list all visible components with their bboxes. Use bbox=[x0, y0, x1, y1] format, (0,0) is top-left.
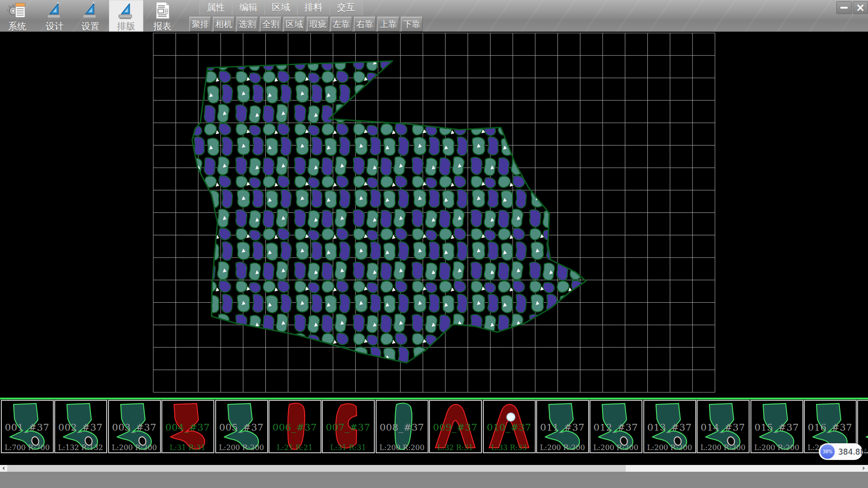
piece-thumbnail-002_#37[interactable]: 002_#37 L:132 R:132 bbox=[54, 400, 107, 453]
piece-lr-label: L:700 R:700 bbox=[5, 443, 50, 452]
launcher-item-label: 设置 bbox=[73, 21, 108, 31]
piece-thumbnail-004_#37[interactable]: 004_#37 L:31 R:31 bbox=[161, 400, 214, 453]
piece-id-label: 003_#37 bbox=[112, 422, 156, 433]
piece-lr-label: L:21 R:21 bbox=[277, 443, 312, 452]
menu-tab-编辑[interactable]: 编辑 bbox=[232, 0, 265, 15]
piece-shape-svg: 010_#37 L:33 R:33 bbox=[484, 401, 535, 452]
canvas-svg bbox=[0, 32, 868, 398]
piece-lr-label: L:132 R:132 bbox=[58, 443, 104, 452]
piece-lr-label: L:31 R:31 bbox=[330, 443, 366, 452]
piece-thumbnail-014_#37[interactable]: 014_#37 L:200 R:200 bbox=[697, 400, 750, 453]
memory-value: 384.8M bbox=[838, 443, 867, 460]
tool-button-区域[interactable]: 区域 bbox=[283, 17, 305, 32]
piece-id-label: 013_#37 bbox=[647, 422, 692, 433]
minimize-icon bbox=[840, 7, 848, 9]
launcher-item-label: 系统 bbox=[0, 21, 34, 31]
piece-thumbnail-008_#37[interactable]: 008_#37 L:200 R:200 bbox=[376, 400, 429, 453]
status-bar bbox=[0, 472, 868, 488]
menu-tab-排料[interactable]: 排料 bbox=[297, 0, 330, 15]
launcher-item-排版[interactable]: 排版 bbox=[109, 0, 143, 32]
toolbar: 系统 设计 设置 排版 报表 属性编辑区域排料交互 聚排相机选割全割区域瑕疵左靠… bbox=[0, 0, 868, 32]
launcher-item-设计[interactable]: 设计 bbox=[38, 0, 72, 32]
piece-lr-label: L:200 R:200 bbox=[112, 443, 157, 452]
strip-separator bbox=[0, 398, 868, 399]
piece-thumbnail-011_#37[interactable]: 011_#37 L:200 R:200 bbox=[536, 400, 589, 453]
launcher-item-系统[interactable]: 系统 bbox=[0, 0, 34, 32]
progress-percent: 38% bbox=[822, 449, 832, 454]
memory-badge[interactable]: 38% 384.8M bbox=[819, 443, 863, 460]
scroll-left-arrow-icon[interactable]: ‹ bbox=[0, 465, 7, 472]
piece-shape-svg: 001_#37 L:700 R:700 bbox=[2, 401, 53, 452]
piece-thumbnail-strip: 001_#37 L:700 R:700 002_#37 L:132 R:132 … bbox=[0, 398, 868, 456]
tool-button-上靠[interactable]: 上靠 bbox=[377, 17, 399, 32]
nesting-setsquare-icon bbox=[115, 0, 137, 21]
minimize-button[interactable] bbox=[836, 1, 852, 14]
piece-thumbnail-007_#37[interactable]: 007_#37 L:31 R:31 bbox=[322, 400, 375, 453]
piece-shape-svg: 007_#37 L:31 R:31 bbox=[323, 401, 374, 452]
piece-id-label: 009_#37 bbox=[433, 422, 477, 433]
piece-thumbnail-003_#37[interactable]: 003_#37 L:200 R:200 bbox=[108, 400, 161, 453]
tool-button-左靠[interactable]: 左靠 bbox=[330, 17, 352, 32]
piece-thumbnail-013_#37[interactable]: 013_#37 L:200 R:200 bbox=[643, 400, 696, 453]
nesting-canvas[interactable] bbox=[0, 32, 868, 398]
menu-tab-交互[interactable]: 交互 bbox=[330, 0, 363, 15]
report-doc-icon bbox=[151, 0, 173, 21]
piece-shape-svg: 006_#37 L:21 R:21 bbox=[269, 401, 321, 452]
piece-lr-label: L:200 R:200 bbox=[754, 443, 799, 452]
piece-thumbnail-012_#37[interactable]: 012_#37 L:200 R:200 bbox=[590, 400, 642, 453]
close-icon: × bbox=[856, 3, 865, 12]
menu-tab-属性[interactable]: 属性 bbox=[200, 0, 232, 15]
scroll-right-arrow-icon[interactable]: › bbox=[860, 465, 867, 472]
piece-lr-label: L:200 R:200 bbox=[647, 443, 692, 452]
launcher-item-label: 设计 bbox=[38, 21, 72, 31]
tool-button-相机[interactable]: 相机 bbox=[213, 17, 235, 32]
launcher-item-label: 排版 bbox=[109, 21, 143, 31]
piece-thumbnail-005_#37[interactable]: 005_#37 L:200 R:200 bbox=[215, 400, 268, 453]
piece-shape-svg: 011_#37 L:200 R:200 bbox=[537, 401, 588, 452]
piece-id-label: 014_#37 bbox=[701, 422, 745, 433]
tool-button-右靠[interactable]: 右靠 bbox=[354, 17, 376, 32]
scrollbar-thumb[interactable] bbox=[7, 465, 626, 472]
tool-button-聚排[interactable]: 聚排 bbox=[189, 17, 211, 32]
piece-thumbnail-009_#37[interactable]: 009_#37 L:32 R:31 bbox=[429, 400, 482, 453]
launcher-item-label: 报表 bbox=[145, 21, 179, 31]
piece-id-label: 002_#37 bbox=[58, 422, 103, 433]
piece-lr-label: L:33 R:33 bbox=[491, 443, 527, 452]
piece-shape-svg: 009_#37 L:32 R:31 bbox=[430, 401, 481, 452]
piece-thumbnail-006_#37[interactable]: 006_#37 L:21 R:21 bbox=[269, 400, 321, 453]
piece-shape-svg: 003_#37 L:200 R:200 bbox=[109, 401, 160, 452]
piece-id-label: 015_#37 bbox=[754, 422, 798, 433]
tool-button-下靠[interactable]: 下靠 bbox=[401, 17, 423, 32]
tool-button-全割[interactable]: 全割 bbox=[260, 17, 282, 32]
piece-shape-svg: 012_#37 L:200 R:200 bbox=[590, 401, 642, 452]
tool-button-选割[interactable]: 选割 bbox=[236, 17, 258, 32]
piece-shape-svg: 008_#37 L:200 R:200 bbox=[377, 401, 428, 452]
piece-thumbnail-015_#37[interactable]: 015_#37 L:200 R:200 bbox=[750, 400, 803, 453]
piece-shape-svg: 013_#37 L:200 R:200 bbox=[644, 401, 695, 452]
piece-lr-label: L:31 R:31 bbox=[170, 443, 206, 452]
piece-id-label: 012_#37 bbox=[594, 422, 638, 433]
piece-thumbnail-010_#37[interactable]: 010_#37 L:33 R:33 bbox=[483, 400, 536, 453]
close-button[interactable]: × bbox=[853, 1, 868, 14]
piece-lr-label: L:200 R:200 bbox=[540, 443, 585, 452]
tool-button-瑕疵[interactable]: 瑕疵 bbox=[307, 17, 329, 32]
piece-thumbnail-001_#37[interactable]: 001_#37 L:700 R:700 bbox=[1, 400, 54, 453]
horizontal-scrollbar[interactable]: ‹ › bbox=[0, 465, 868, 472]
piece-shape-svg: 004_#37 L:31 R:31 bbox=[162, 401, 213, 452]
system-gear-icon bbox=[6, 0, 28, 21]
settings-setsquare-icon bbox=[80, 0, 101, 21]
menu-tab-bar: 属性编辑区域排料交互 bbox=[199, 0, 363, 15]
piece-id-label: 005_#37 bbox=[219, 422, 263, 433]
piece-lr-label: L:200 R:200 bbox=[594, 443, 639, 452]
design-setsquare-icon bbox=[44, 0, 66, 21]
launcher-item-报表[interactable]: 报表 bbox=[145, 0, 179, 32]
piece-lr-label: L:200 R:200 bbox=[219, 443, 264, 452]
piece-shape-svg: 014_#37 L:200 R:200 bbox=[698, 401, 749, 452]
tool-button-bar: 聚排相机选割全割区域瑕疵左靠右靠上靠下靠 bbox=[189, 17, 423, 31]
piece-id-label: 001_#37 bbox=[5, 422, 49, 433]
app-window: 系统 设计 设置 排版 报表 属性编辑区域排料交互 聚排相机选割全割区域瑕疵左靠… bbox=[0, 0, 868, 488]
piece-id-label: 007_#37 bbox=[326, 422, 370, 433]
menu-tab-区域[interactable]: 区域 bbox=[265, 0, 297, 15]
launcher-item-设置[interactable]: 设置 bbox=[73, 0, 108, 32]
piece-id-label: 004_#37 bbox=[165, 422, 210, 433]
